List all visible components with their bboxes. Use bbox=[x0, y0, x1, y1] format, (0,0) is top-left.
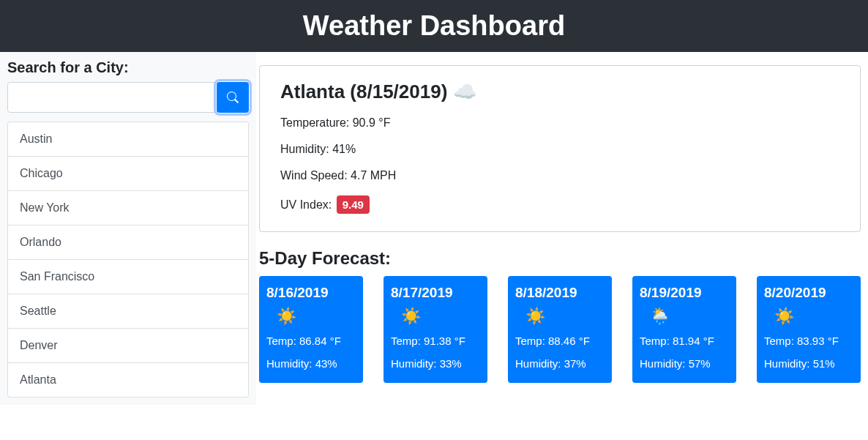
uv-badge: 9.49 bbox=[337, 195, 370, 214]
rain-sun-icon: 🌦️ bbox=[650, 308, 729, 324]
history-item[interactable]: Denver bbox=[8, 329, 248, 363]
sun-icon: ☀️ bbox=[401, 308, 480, 324]
page-title: Weather Dashboard bbox=[0, 10, 868, 42]
page-header: Weather Dashboard bbox=[0, 0, 868, 52]
current-wind: Wind Speed: 4.7 MPH bbox=[280, 169, 839, 182]
forecast-day-card: 8/19/2019 🌦️ Temp: 81.94 °F Humidity: 57… bbox=[632, 276, 736, 383]
forecast-date: 8/18/2019 bbox=[515, 285, 605, 301]
forecast-day-card: 8/17/2019 ☀️ Temp: 91.38 °F Humidity: 33… bbox=[384, 276, 487, 383]
sidebar: Search for a City: Austin Chicago New Yo… bbox=[0, 52, 256, 405]
forecast-humidity: Humidity: 51% bbox=[764, 357, 853, 370]
forecast-row: 8/16/2019 ☀️ Temp: 86.84 °F Humidity: 43… bbox=[259, 276, 861, 383]
current-temp: Temperature: 90.9 °F bbox=[280, 116, 839, 130]
forecast-humidity: Humidity: 37% bbox=[515, 357, 605, 370]
current-city-title: Atlanta (8/15/2019) ☁️ bbox=[280, 81, 839, 103]
forecast-temp: Temp: 91.38 °F bbox=[391, 335, 480, 347]
sun-icon: ☀️ bbox=[525, 308, 605, 324]
forecast-temp: Temp: 86.84 °F bbox=[266, 335, 356, 347]
forecast-temp: Temp: 81.94 °F bbox=[640, 335, 729, 347]
main-panel: Atlanta (8/15/2019) ☁️ Temperature: 90.9… bbox=[256, 52, 868, 405]
current-weather-card: Atlanta (8/15/2019) ☁️ Temperature: 90.9… bbox=[259, 65, 861, 232]
forecast-title: 5-Day Forecast: bbox=[259, 248, 861, 269]
search-input[interactable] bbox=[7, 82, 217, 113]
history-item[interactable]: Chicago bbox=[8, 157, 248, 191]
forecast-temp: Temp: 88.46 °F bbox=[515, 335, 605, 347]
forecast-humidity: Humidity: 43% bbox=[266, 357, 356, 370]
forecast-temp: Temp: 83.93 °F bbox=[764, 335, 853, 347]
search-button[interactable] bbox=[217, 82, 249, 113]
forecast-day-card: 8/18/2019 ☀️ Temp: 88.46 °F Humidity: 37… bbox=[508, 276, 612, 383]
history-item[interactable]: New York bbox=[8, 191, 248, 225]
current-uv: UV Index: 9.49 bbox=[280, 195, 839, 214]
sun-icon: ☀️ bbox=[277, 308, 356, 324]
forecast-date: 8/16/2019 bbox=[266, 285, 356, 301]
sun-icon: ☀️ bbox=[774, 308, 853, 324]
main-container: Search for a City: Austin Chicago New Yo… bbox=[0, 52, 868, 405]
forecast-date: 8/20/2019 bbox=[764, 285, 853, 301]
history-list: Austin Chicago New York Orlando San Fran… bbox=[7, 122, 249, 398]
forecast-humidity: Humidity: 33% bbox=[391, 357, 480, 370]
search-group bbox=[7, 82, 249, 113]
forecast-day-card: 8/16/2019 ☀️ Temp: 86.84 °F Humidity: 43… bbox=[259, 276, 363, 383]
current-humidity: Humidity: 41% bbox=[280, 143, 839, 156]
history-item[interactable]: Seattle bbox=[8, 294, 248, 329]
history-item[interactable]: Atlanta bbox=[8, 363, 248, 397]
history-item[interactable]: San Francisco bbox=[8, 260, 248, 294]
forecast-date: 8/17/2019 bbox=[391, 285, 480, 301]
search-label: Search for a City: bbox=[7, 59, 249, 76]
forecast-date: 8/19/2019 bbox=[640, 285, 729, 301]
search-icon bbox=[227, 92, 239, 103]
history-item[interactable]: Austin bbox=[8, 122, 248, 157]
uv-label: UV Index: bbox=[280, 198, 335, 211]
forecast-humidity: Humidity: 57% bbox=[640, 357, 729, 370]
forecast-day-card: 8/20/2019 ☀️ Temp: 83.93 °F Humidity: 51… bbox=[757, 276, 861, 383]
history-item[interactable]: Orlando bbox=[8, 225, 248, 260]
